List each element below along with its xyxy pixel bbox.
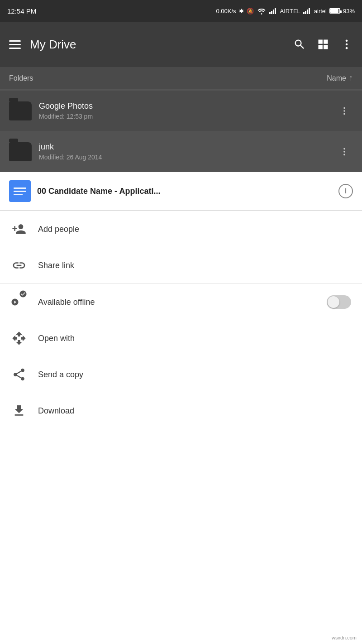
mute-icon: 🔕 bbox=[247, 8, 254, 14]
toggle-knob bbox=[328, 296, 339, 308]
svg-rect-3 bbox=[275, 8, 276, 14]
available-offline-menu-item[interactable]: Available offline bbox=[0, 284, 362, 320]
offline-toggle[interactable] bbox=[327, 295, 351, 309]
sort-control[interactable]: Name ↑ bbox=[327, 73, 353, 83]
folder-info: Google Photos Modified: 12:53 pm bbox=[32, 101, 336, 120]
svg-rect-7 bbox=[309, 8, 310, 14]
svg-point-9 bbox=[346, 43, 348, 46]
share-link-label: Share link bbox=[38, 261, 351, 270]
svg-rect-0 bbox=[269, 12, 271, 14]
available-offline-label: Available offline bbox=[38, 298, 327, 307]
folder-icon bbox=[9, 101, 32, 120]
doc-line bbox=[14, 187, 26, 189]
bottom-sheet: 00 Candidate Name - Applicati... i Add p… bbox=[0, 172, 362, 429]
doc-icon bbox=[11, 185, 29, 198]
open-with-menu-item[interactable]: Open with bbox=[0, 320, 362, 356]
share-icon bbox=[11, 366, 27, 383]
folder-info: junk Modified: 26 Aug 2014 bbox=[32, 142, 336, 161]
folder-name: Google Photos bbox=[39, 101, 329, 111]
folder-name: junk bbox=[39, 142, 329, 152]
sort-label: Name bbox=[327, 74, 346, 82]
battery-percentage: 93% bbox=[343, 8, 355, 14]
file-type-icon bbox=[9, 180, 31, 202]
folder-icon bbox=[9, 142, 32, 161]
svg-point-16 bbox=[343, 154, 345, 155]
svg-rect-2 bbox=[273, 10, 274, 14]
bluetooth-icon: ✱ bbox=[239, 8, 244, 14]
svg-point-14 bbox=[343, 148, 345, 149]
open-with-label: Open with bbox=[38, 334, 351, 343]
svg-rect-6 bbox=[307, 10, 308, 14]
folder-more-button[interactable] bbox=[336, 104, 353, 118]
folder-item[interactable]: Google Photos Modified: 12:53 pm bbox=[0, 91, 362, 131]
battery-icon bbox=[329, 8, 340, 14]
grid-view-button[interactable] bbox=[317, 38, 329, 51]
svg-point-11 bbox=[343, 107, 345, 109]
menu-button[interactable] bbox=[9, 40, 21, 49]
context-menu-file-row: 00 Candidate Name - Applicati... i bbox=[0, 172, 362, 211]
folder-more-button[interactable] bbox=[336, 145, 353, 159]
doc-line bbox=[14, 194, 23, 195]
svg-rect-5 bbox=[305, 11, 306, 14]
send-copy-label: Send a copy bbox=[38, 370, 351, 380]
send-copy-menu-item[interactable]: Send a copy bbox=[0, 356, 362, 393]
info-button[interactable]: i bbox=[338, 184, 353, 198]
carrier1-label: AIRTEL bbox=[280, 8, 300, 14]
signal2-icon bbox=[303, 8, 311, 14]
link-icon bbox=[11, 257, 27, 274]
more-options-button[interactable] bbox=[340, 38, 353, 51]
search-button[interactable] bbox=[293, 38, 306, 51]
status-bar: 12:54 PM 0.00K/s ✱ 🔕 AIRTEL bbox=[0, 0, 362, 22]
svg-rect-1 bbox=[271, 11, 272, 14]
doc-line bbox=[14, 191, 26, 192]
signal-icon bbox=[269, 8, 277, 14]
network-speed: 0.00K/s bbox=[216, 8, 236, 14]
svg-point-12 bbox=[343, 110, 345, 112]
move-icon bbox=[11, 330, 27, 346]
header-actions bbox=[293, 38, 353, 51]
svg-point-15 bbox=[343, 151, 345, 153]
add-people-menu-item[interactable]: Add people bbox=[0, 211, 362, 247]
carrier2-label: airtel bbox=[314, 8, 327, 14]
wifi-icon bbox=[257, 7, 267, 14]
folder-modified: Modified: 12:53 pm bbox=[39, 113, 329, 120]
app-header: My Drive bbox=[0, 22, 362, 67]
svg-rect-4 bbox=[303, 12, 305, 14]
context-file-name: 00 Candidate Name - Applicati... bbox=[31, 187, 338, 196]
share-link-menu-item[interactable]: Share link bbox=[0, 247, 362, 284]
svg-point-13 bbox=[343, 113, 345, 115]
sort-arrow-icon: ↑ bbox=[349, 73, 353, 83]
folder-item[interactable]: junk Modified: 26 Aug 2014 bbox=[0, 131, 362, 172]
svg-point-8 bbox=[346, 40, 348, 42]
watermark: wsxdn.com bbox=[332, 635, 357, 640]
folder-modified: Modified: 26 Aug 2014 bbox=[39, 154, 329, 161]
download-icon bbox=[11, 403, 27, 419]
status-icons: 0.00K/s ✱ 🔕 AIRTEL bbox=[216, 7, 355, 14]
svg-point-10 bbox=[346, 47, 348, 49]
time-display: 12:54 PM bbox=[7, 7, 36, 15]
offline-icon bbox=[11, 294, 27, 310]
add-people-label: Add people bbox=[38, 225, 351, 234]
page-title: My Drive bbox=[30, 38, 284, 52]
download-menu-item[interactable]: Download bbox=[0, 393, 362, 429]
status-time: 12:54 PM bbox=[7, 7, 36, 15]
download-label: Download bbox=[38, 406, 351, 416]
folders-label: Folders bbox=[9, 74, 33, 82]
add-person-icon bbox=[11, 221, 27, 237]
folders-section-header: Folders Name ↑ bbox=[0, 67, 362, 90]
